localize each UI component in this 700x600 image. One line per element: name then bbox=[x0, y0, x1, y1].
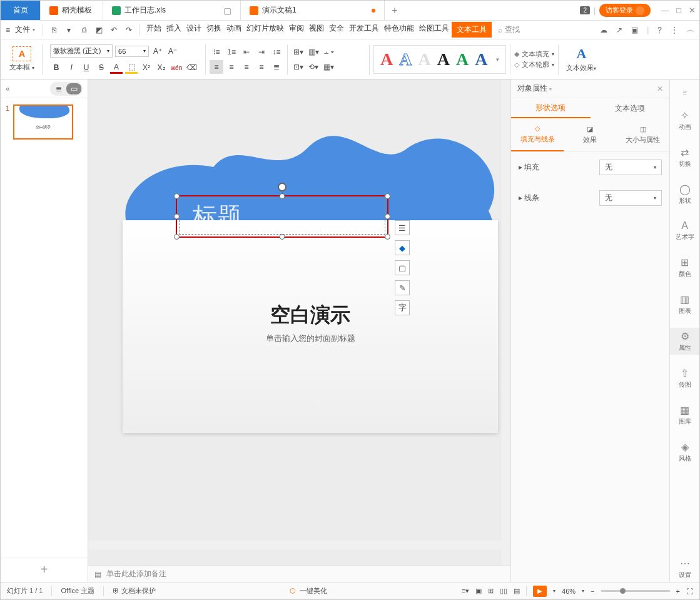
numbering-button[interactable]: 1≡ bbox=[225, 45, 238, 59]
rail-transition[interactable]: ⇄切换 bbox=[670, 144, 699, 171]
cloud-icon[interactable]: ☁ bbox=[600, 26, 607, 34]
zoom-slider[interactable] bbox=[601, 590, 670, 592]
tab-text-options[interactable]: 文本选项 bbox=[591, 98, 670, 118]
subtab-effects[interactable]: ◪效果 bbox=[564, 118, 616, 151]
highlight-button[interactable]: ⬚ bbox=[125, 61, 138, 74]
align-left-button[interactable]: ≡ bbox=[210, 60, 223, 74]
resize-handle[interactable] bbox=[280, 234, 285, 240]
rail-style[interactable]: ◈风格 bbox=[670, 439, 699, 465]
slide-subtitle-placeholder[interactable]: 单击输入您的封面副标题 bbox=[266, 333, 355, 344]
resize-handle[interactable] bbox=[174, 234, 180, 240]
share-icon[interactable]: ↗ bbox=[616, 26, 622, 34]
clear-format-button[interactable]: ⌫ bbox=[185, 61, 198, 74]
gallery-expand-icon[interactable]: ▾ bbox=[496, 56, 499, 63]
menu-view[interactable]: 视图 bbox=[307, 22, 327, 38]
collapse-panel-icon[interactable]: « bbox=[6, 84, 10, 93]
line-spacing-button[interactable]: ↕≡ bbox=[270, 45, 283, 59]
menu-transition[interactable]: 切换 bbox=[204, 22, 224, 38]
canvas-viewport[interactable]: 空白演示 单击输入您的封面副标题 标题 ☰ ◆ ▢ bbox=[88, 79, 510, 566]
screen-icon[interactable]: ▢ bbox=[223, 6, 231, 16]
slide-canvas[interactable]: 空白演示 单击输入您的封面副标题 bbox=[123, 220, 498, 433]
bold-button[interactable]: B bbox=[50, 61, 63, 74]
notes-view-icon[interactable]: ▤ bbox=[514, 587, 520, 595]
font-family-select[interactable]: 微软雅黑 (正文)▾ bbox=[50, 44, 113, 58]
more-icon[interactable]: ⋮ bbox=[671, 26, 678, 34]
margins-button[interactable]: ▦▾ bbox=[322, 60, 335, 74]
superscript-button[interactable]: X² bbox=[140, 61, 153, 74]
rail-shapes[interactable]: ◯形状 bbox=[670, 181, 699, 208]
print-icon[interactable]: ⎙ bbox=[77, 23, 91, 37]
open-icon[interactable]: ⎘ bbox=[47, 23, 61, 37]
bullets-button[interactable]: ⁝≡ bbox=[210, 45, 223, 59]
title-placeholder-text[interactable]: 标题 bbox=[192, 200, 242, 234]
underline-button[interactable]: U bbox=[80, 61, 93, 74]
play-dropdown-icon[interactable]: ▾ bbox=[553, 588, 555, 594]
minimize-icon[interactable]: — bbox=[661, 6, 669, 15]
save-icon[interactable]: ▾ bbox=[62, 23, 76, 37]
close-icon[interactable]: ✕ bbox=[689, 6, 696, 15]
text-frame-group[interactable]: A 文本框 ▾ bbox=[6, 42, 38, 76]
folder-icon[interactable]: ▣ bbox=[631, 26, 638, 34]
fill-icon[interactable]: ◆ bbox=[395, 240, 410, 255]
menu-features[interactable]: 特色功能 bbox=[382, 22, 417, 38]
subtab-size[interactable]: ◫大小与属性 bbox=[617, 118, 669, 151]
resize-handle[interactable] bbox=[174, 214, 180, 220]
rail-colors[interactable]: ⊞颜色 bbox=[670, 254, 699, 281]
horizontal-scrollbar[interactable] bbox=[88, 541, 502, 549]
protect-status[interactable]: ⛨ 文档未保护 bbox=[113, 586, 156, 596]
outline-view-icon[interactable]: ≣ bbox=[51, 83, 66, 94]
vertical-scrollbar[interactable] bbox=[502, 79, 510, 566]
add-slide-button[interactable]: + bbox=[1, 557, 88, 582]
wordart-style-2[interactable]: A bbox=[399, 49, 412, 69]
wordart-style-6[interactable]: A bbox=[475, 49, 487, 69]
thumbnail-view-toggle[interactable]: ≣ ▭ bbox=[50, 82, 83, 96]
align-justify-button[interactable]: ≡ bbox=[255, 60, 268, 74]
close-panel-icon[interactable]: ✕ bbox=[657, 84, 663, 93]
beautify-button[interactable]: ⬡ 一键美化 bbox=[290, 586, 327, 596]
text-effects-button[interactable]: A 文本效果▾ bbox=[562, 42, 600, 76]
text-icon[interactable]: 字 bbox=[395, 300, 410, 315]
tab-presentation[interactable]: 演示文稿1 bbox=[241, 1, 385, 20]
login-button[interactable]: 访客登录 bbox=[599, 4, 651, 17]
wordart-style-4[interactable]: A bbox=[437, 49, 450, 69]
menu-slideshow[interactable]: 幻灯片放映 bbox=[244, 22, 287, 38]
zoom-in-button[interactable]: + bbox=[676, 587, 680, 595]
wordart-gallery[interactable]: A A A A A A ▾ bbox=[373, 45, 506, 74]
menu-security[interactable]: 安全 bbox=[327, 22, 347, 38]
rail-wordart[interactable]: A艺术字 bbox=[670, 218, 699, 244]
fill-select[interactable]: 无▾ bbox=[599, 160, 662, 175]
collapse-ribbon-icon[interactable]: ︿ bbox=[687, 24, 694, 35]
menu-animation[interactable]: 动画 bbox=[224, 22, 244, 38]
columns-button[interactable]: ▥▾ bbox=[307, 45, 320, 59]
normal-view-icon[interactable]: ▣ bbox=[475, 587, 482, 595]
align-right-button[interactable]: ≡ bbox=[240, 60, 253, 74]
subtab-fill-line[interactable]: ◇填充与线条 bbox=[511, 118, 564, 151]
resize-handle[interactable] bbox=[385, 234, 390, 240]
italic-button[interactable]: I bbox=[65, 61, 78, 74]
rotate-handle-icon[interactable] bbox=[278, 183, 287, 191]
slideshow-button[interactable]: ▶ bbox=[533, 586, 547, 597]
spacing-button[interactable]: ⫠▾ bbox=[322, 45, 335, 59]
resize-handle[interactable] bbox=[280, 193, 285, 199]
menu-design[interactable]: 设计 bbox=[184, 22, 204, 38]
redo-icon[interactable]: ↷ bbox=[122, 23, 136, 37]
font-size-select[interactable]: 66▾ bbox=[115, 46, 149, 57]
align-center-button[interactable]: ≡ bbox=[225, 60, 238, 74]
rail-upload[interactable]: ⇧传图 bbox=[670, 365, 699, 392]
slide-thumbnail[interactable]: 1 空白演示 bbox=[6, 104, 83, 140]
preview-icon[interactable]: ◩ bbox=[92, 23, 106, 37]
edit-icon[interactable]: ✎ bbox=[395, 280, 410, 295]
notification-badge[interactable]: 2 bbox=[580, 6, 590, 14]
reading-view-icon[interactable]: ▯▯ bbox=[500, 587, 507, 595]
rail-gallery[interactable]: ▦图库 bbox=[670, 402, 699, 429]
tab-templates[interactable]: 稻壳模板 bbox=[41, 1, 103, 20]
resize-handle[interactable] bbox=[385, 193, 390, 199]
decrease-font-icon[interactable]: A⁻ bbox=[166, 45, 179, 58]
strike-button[interactable]: S bbox=[95, 61, 108, 74]
indent-inc-button[interactable]: ⇥ bbox=[255, 45, 268, 59]
notes-bar[interactable]: ▤ 单击此处添加备注 bbox=[88, 566, 510, 582]
wordart-style-5[interactable]: A bbox=[456, 49, 469, 69]
menu-icon[interactable]: ≡ bbox=[6, 26, 10, 34]
distribute-button[interactable]: ≣ bbox=[270, 60, 283, 74]
help-icon[interactable]: ? bbox=[657, 26, 662, 34]
